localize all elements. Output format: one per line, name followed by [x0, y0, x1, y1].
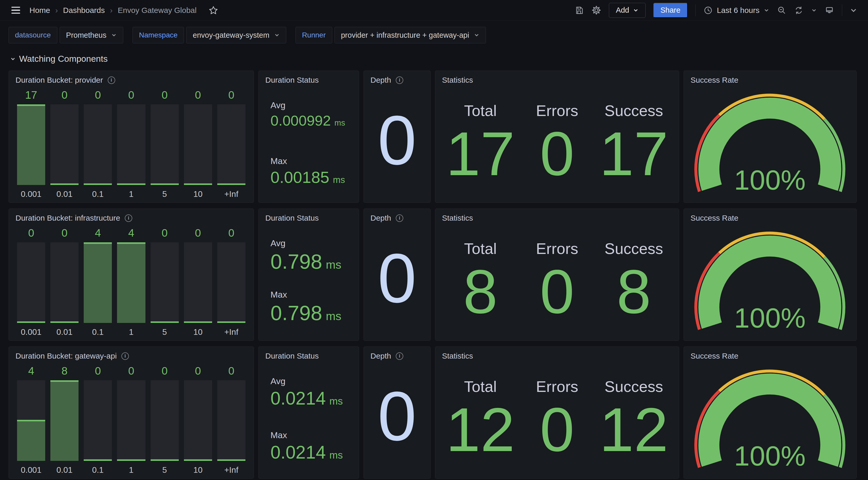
panel-title[interactable]: Duration Bucket: gateway-api [16, 352, 117, 360]
bar-fill [84, 242, 112, 323]
statistics-value: 17 [446, 131, 515, 177]
variable-value-dropdown[interactable]: envoy-gateway-system [186, 27, 286, 43]
panel-duration-status: Duration StatusAvg0.0214msMax0.0214ms [258, 347, 359, 479]
panel-title[interactable]: Depth [370, 214, 391, 222]
panel-title[interactable]: Success Rate [690, 352, 738, 360]
kiosk-mode-icon[interactable] [825, 5, 834, 15]
bar-value-label: 0 [61, 87, 67, 101]
success-rate-gauge: 100% [686, 223, 854, 339]
bar-column: 00.001 [17, 225, 45, 337]
chevron-down-icon [10, 56, 16, 62]
panel-header: Duration Bucket: infrastructurei [9, 209, 254, 223]
bar-track [151, 104, 179, 185]
bar-track [51, 380, 79, 461]
refresh-interval-caret-icon[interactable] [811, 7, 817, 13]
statistics-value: 12 [599, 407, 668, 453]
info-icon[interactable]: i [121, 352, 129, 360]
breadcrumb-item: Envoy Gateway Global [118, 6, 196, 15]
menu-icon[interactable] [11, 7, 20, 14]
panel-title[interactable]: Duration Status [265, 214, 319, 222]
bar-value-label: 4 [128, 225, 134, 239]
stat-label: Avg [271, 100, 354, 110]
panel-duration-status: Duration StatusAvg0.798msMax0.798ms [258, 208, 359, 341]
bar-value-label: 0 [228, 363, 234, 377]
panel-duration-status: Duration StatusAvg0.000992msMax0.00185ms [258, 70, 359, 203]
bar-track [51, 242, 79, 323]
panel-title[interactable]: Statistics [442, 352, 473, 360]
bar-track [217, 104, 245, 185]
bar-value-label: 0 [128, 87, 134, 101]
dashboard-grid: Duration Bucket: provideri170.00100.0100… [0, 64, 868, 479]
stat-value-row: 0.00185ms [271, 169, 354, 185]
panel-statistics: StatisticsTotal8Errors0Success8 [435, 208, 679, 341]
info-icon[interactable]: i [125, 214, 132, 222]
variable-value-text: Prometheus [66, 31, 106, 39]
refresh-icon[interactable] [794, 6, 803, 15]
panel-header: Statistics [435, 71, 679, 85]
panel-title[interactable]: Depth [370, 352, 391, 360]
bar-track [117, 380, 145, 461]
bar-fill [184, 183, 212, 185]
panel-duration-bucket: Duration Bucket: infrastructurei00.00100… [8, 208, 254, 341]
bar-column: 00.01 [51, 225, 79, 337]
bar-x-label: 0.1 [92, 187, 103, 199]
stat-value: 0.0214 [271, 443, 326, 461]
panel-title[interactable]: Success Rate [690, 76, 738, 85]
bar-x-label: +Inf [224, 326, 238, 337]
info-icon[interactable]: i [396, 352, 403, 360]
panel-title[interactable]: Duration Status [265, 352, 319, 360]
panel-header: Duration Status [258, 347, 359, 361]
bar-x-label: 0.01 [57, 187, 72, 199]
bar-fill [184, 459, 212, 461]
bar-chart: 170.00100.0100.101050100+Inf [9, 85, 254, 203]
stat-label: Max [271, 290, 354, 300]
bar-column: 170.001 [17, 87, 45, 199]
bar-track [17, 380, 45, 461]
star-icon[interactable] [209, 5, 218, 15]
breadcrumb-item[interactable]: Home [29, 6, 50, 15]
panel-header: Statistics [435, 347, 679, 361]
panel-title[interactable]: Duration Bucket: provider [16, 76, 103, 85]
info-icon[interactable]: i [396, 77, 403, 84]
panel-title[interactable]: Depth [370, 76, 391, 85]
panel-statistics: StatisticsTotal12Errors0Success12 [435, 347, 679, 479]
panel-title[interactable]: Duration Status [265, 76, 319, 85]
gauge-body: 100% [684, 85, 857, 203]
settings-icon[interactable] [592, 5, 601, 15]
bar-track [17, 242, 45, 323]
panel-title[interactable]: Duration Bucket: infrastructure [16, 214, 120, 222]
bar-value-label: 0 [161, 363, 167, 377]
collapse-icon[interactable] [850, 7, 857, 14]
bar-fill [117, 183, 145, 185]
bar-track [84, 242, 112, 323]
bar-fill [217, 321, 245, 323]
add-button[interactable]: Add [609, 3, 646, 18]
variable-value-dropdown[interactable]: provider + infrastructure + gateway-api [335, 27, 486, 43]
panel-title[interactable]: Success Rate [690, 214, 738, 222]
bar-fill [151, 321, 179, 323]
bar-x-label: 1 [129, 326, 133, 337]
panel-duration-bucket: Duration Bucket: provideri170.00100.0100… [8, 70, 254, 203]
stat-value-row: 0.798ms [271, 303, 354, 324]
gauge-body: 100% [684, 223, 857, 340]
info-icon[interactable]: i [396, 214, 403, 222]
gauge-body: 100% [684, 361, 857, 478]
time-range-picker[interactable]: Last 6 hours [704, 6, 769, 15]
info-icon[interactable]: i [108, 77, 115, 84]
panel-header: Statistics [435, 209, 679, 223]
variable-value-dropdown[interactable]: Prometheus [60, 27, 123, 43]
save-icon[interactable] [575, 6, 584, 15]
stat-label: Avg [271, 238, 354, 248]
share-button[interactable]: Share [653, 3, 688, 18]
stat-block: Max0.00185ms [271, 156, 354, 185]
stat-block: Avg0.0214ms [271, 376, 354, 408]
stat-value: 0.798 [271, 303, 322, 324]
zoom-out-icon[interactable] [777, 6, 786, 15]
row-header-watching-components[interactable]: Watching Components [0, 43, 868, 64]
bar-fill [17, 321, 45, 323]
statistics-column-success: Success8 [595, 223, 672, 331]
breadcrumb-item[interactable]: Dashboards [63, 6, 105, 15]
panel-title[interactable]: Statistics [442, 76, 473, 85]
bar-x-label: 0.1 [92, 463, 103, 475]
panel-title[interactable]: Statistics [442, 214, 473, 222]
